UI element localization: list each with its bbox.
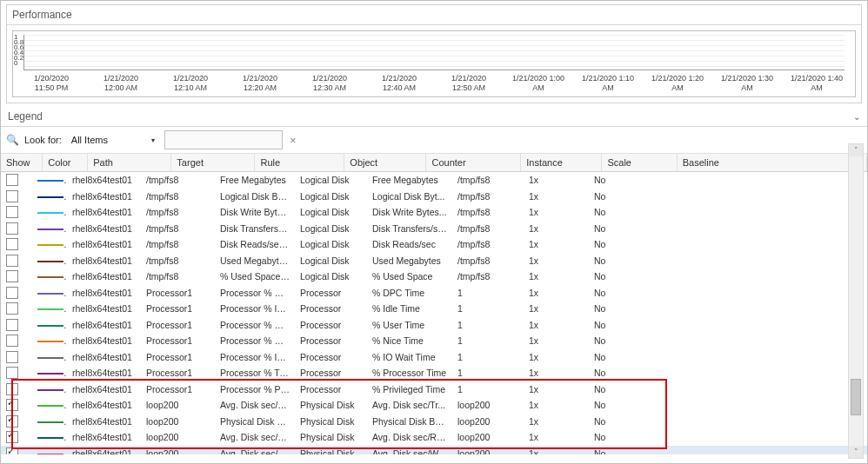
show-checkbox[interactable] [6,415,18,428]
cell-instance: /tmp/fs8 [452,223,524,234]
search-input[interactable] [164,130,283,149]
show-checkbox[interactable] [6,174,18,186]
chart-x-axis: 1/20/202011:50 PM1/21/202012:00 AM1/21/2… [17,74,851,93]
table-row[interactable]: rhel8x64test01 /tmp/fs8 Used Megabytes .… [1,253,867,269]
table-row[interactable]: rhel8x64test01 Processor1 Processor % Ti… [1,365,867,381]
show-checkbox[interactable] [6,206,18,218]
col-baseline[interactable]: Baseline [678,154,867,171]
cell-rule: Processor % Priv... [215,384,295,394]
col-target[interactable]: Target [171,154,255,171]
cell-counter: % Processor Time [367,368,452,378]
col-rule[interactable]: Rule [255,154,344,171]
cell-path: rhel8x64test01 [67,320,141,330]
show-checkbox[interactable] [6,222,18,235]
cell-scale: 1x [524,448,589,454]
cell-target: loop200 [141,448,215,454]
cell-scale: 1x [524,384,589,394]
color-swatch [37,244,63,246]
table-row[interactable]: rhel8x64test01 /tmp/fs8 Disk Transfers/s… [1,221,867,237]
filter-dropdown[interactable]: All Items ▾ [67,133,159,147]
show-checkbox[interactable] [6,319,18,331]
dropdown-caret-icon: ▾ [151,136,155,144]
show-checkbox[interactable] [6,431,18,443]
table-row[interactable]: rhel8x64test01 loop200 Avg. Disk sec/Re.… [1,429,867,446]
x-tick: 1/21/202012:20 AM [225,74,295,93]
legend-title: Legend [8,110,43,123]
chevron-down-icon[interactable]: ⌄ [853,112,860,122]
color-swatch [37,325,63,327]
table-row[interactable]: rhel8x64test01 Processor1 Processor % DP… [1,285,867,302]
cell-object: Logical Disk [295,191,367,202]
table-row[interactable]: rhel8x64test01 Processor1 Processor % IO… [1,349,867,366]
cell-rule: Disk Write Bytes... [215,207,295,217]
cell-instance: 1 [452,303,524,314]
grid-body[interactable]: rhel8x64test01 /tmp/fs8 Free Megabytes L… [1,172,867,454]
col-scale[interactable]: Scale [602,154,677,171]
col-path[interactable]: Path [88,154,171,171]
show-checkbox[interactable] [6,383,18,395]
col-counter[interactable]: Counter [426,154,521,171]
table-row[interactable]: rhel8x64test01 Processor1 Processor % Id… [1,301,867,317]
show-checkbox[interactable] [6,255,18,267]
cell-target: loop200 [141,432,215,442]
show-checkbox[interactable] [6,287,18,299]
cell-path: rhel8x64test01 [67,239,141,249]
performance-panel: Performance 10.80.60.40.20 1/20/202011:5… [6,4,862,103]
cell-target: Processor1 [141,352,215,362]
show-checkbox[interactable] [6,302,18,315]
table-row[interactable]: rhel8x64test01 /tmp/fs8 % Used Space (..… [1,268,867,285]
performance-chart[interactable]: 10.80.60.40.20 1/20/202011:50 PM1/21/202… [12,30,856,97]
x-tick: 1/21/2020 1:30AM [712,74,782,93]
scroll-down-icon[interactable]: ˅ [849,446,863,458]
color-swatch [37,454,63,454]
cell-target: /tmp/fs8 [141,271,215,282]
cell-path: rhel8x64test01 [67,432,141,442]
show-checkbox[interactable] [6,351,18,363]
table-row[interactable]: rhel8x64test01 /tmp/fs8 Disk Write Bytes… [1,204,867,221]
cell-target: Processor1 [141,288,215,298]
cell-target: loop200 [141,416,215,427]
show-checkbox[interactable] [6,335,18,347]
col-instance[interactable]: Instance [521,154,602,171]
chart-plot-area: 10.80.60.40.20 [23,35,845,70]
show-checkbox[interactable] [6,270,18,282]
cell-object: Physical Disk [295,400,367,410]
table-row[interactable]: rhel8x64test01 loop200 Avg. Disk sec/W..… [1,446,867,455]
clear-search-button[interactable]: × [288,132,298,149]
cell-scale: 1x [524,416,589,427]
show-checkbox[interactable] [6,190,18,202]
legend-header[interactable]: Legend ⌄ [1,107,867,127]
cell-baseline: No [589,384,771,394]
table-row[interactable]: rhel8x64test01 Processor1 Processor % Ni… [1,333,867,349]
cell-baseline: No [589,416,771,427]
cell-counter: % DPC Time [367,288,452,298]
table-row[interactable]: rhel8x64test01 Processor1 Processor % Us… [1,317,867,334]
table-row[interactable]: rhel8x64test01 loop200 Avg. Disk sec/Tr.… [1,397,867,414]
table-row[interactable]: rhel8x64test01 /tmp/fs8 Free Megabytes L… [1,172,867,189]
cell-path: rhel8x64test01 [67,207,141,217]
cell-target: Processor1 [141,303,215,314]
legend-grid: Show Color Path Target Rule Object Count… [1,154,867,454]
table-row[interactable]: rhel8x64test01 /tmp/fs8 Logical Disk Byt… [1,189,867,205]
col-object[interactable]: Object [344,154,426,171]
table-row[interactable]: rhel8x64test01 loop200 Physical Disk Byt… [1,414,867,430]
table-row[interactable]: rhel8x64test01 /tmp/fs8 Disk Reads/sec (… [1,236,867,253]
look-for-label: Look for: [24,135,62,145]
table-row[interactable]: rhel8x64test01 Processor1 Processor % Pr… [1,381,867,398]
cell-object: Logical Disk [295,271,367,282]
show-checkbox[interactable] [6,367,18,379]
cell-object: Processor [295,352,367,362]
show-checkbox[interactable] [6,447,18,454]
col-color[interactable]: Color [43,154,88,171]
col-show[interactable]: Show [1,154,43,171]
scroll-thumb[interactable] [851,379,861,415]
cell-target: loop200 [141,400,215,410]
show-checkbox[interactable] [6,399,18,411]
cell-object: Physical Disk [295,416,367,427]
scroll-up-icon[interactable]: ˄ [849,144,863,156]
show-checkbox[interactable] [6,238,18,250]
cell-rule: Processor % Nic... [215,335,295,346]
x-tick: 1/20/202011:50 PM [17,74,86,93]
cell-path: rhel8x64test01 [67,303,141,314]
vertical-scrollbar[interactable]: ˄ ˅ [848,143,864,459]
